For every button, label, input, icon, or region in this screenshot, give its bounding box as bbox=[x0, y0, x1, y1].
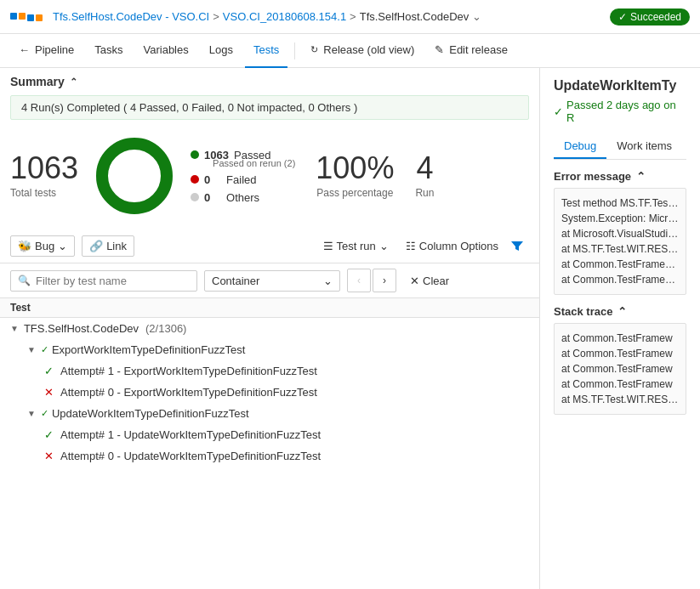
run-count-label: Run bbox=[407, 187, 441, 199]
container-select[interactable]: Container ⌄ bbox=[204, 270, 340, 292]
test-run-label: Test run bbox=[337, 240, 376, 252]
item-chevron-1: ▼ bbox=[27, 409, 36, 418]
error-chevron: ⌃ bbox=[636, 170, 646, 183]
stack-trace-content: at Common.TestFramew at Common.TestFrame… bbox=[554, 323, 686, 415]
toolbar: 🐝 Bug ⌄ 🔗 Link ☰ Test run ⌄ ☷ Column Opt… bbox=[0, 229, 539, 263]
bug-button[interactable]: 🐝 Bug ⌄ bbox=[10, 235, 75, 257]
pass-percent-label: Pass percentage bbox=[316, 187, 394, 199]
item-status-1: ✓ bbox=[41, 408, 48, 419]
tab-tasks[interactable]: Tasks bbox=[86, 34, 131, 68]
error-message-content: Test method MS.TF.Test.W System.Exceptio… bbox=[554, 188, 686, 295]
link-button[interactable]: 🔗 Link bbox=[82, 235, 134, 257]
container-chevron: ⌄ bbox=[323, 275, 333, 287]
filter-icon-button[interactable] bbox=[505, 234, 529, 258]
total-tests-label: Total tests bbox=[10, 187, 56, 199]
test-item-row-0[interactable]: ▼ ✓ ExportWorkItemTypeDefinitionFuzzTest bbox=[0, 339, 539, 360]
fail-count: 0 bbox=[204, 173, 221, 186]
stack-chevron: ⌃ bbox=[617, 305, 627, 318]
attempt-1-1[interactable]: ✕ Attempt# 0 - UpdateWorkItemTypeDefinit… bbox=[0, 445, 539, 467]
attempt-0-0[interactable]: ✓ Attempt# 1 - ExportWorkItemTypeDefinit… bbox=[0, 360, 539, 382]
stack-line-0: at Common.TestFramew bbox=[561, 331, 679, 346]
link-icon: 🔗 bbox=[89, 240, 103, 252]
status-text: Succeeded bbox=[630, 11, 681, 23]
top-bar: Tfs.SelfHost.CodeDev - VSO.CI > VSO.CI_2… bbox=[0, 0, 700, 34]
tab-edit-release[interactable]: ✎ Edit release bbox=[426, 34, 516, 68]
test-item-row-1[interactable]: ▼ ✓ UpdateWorkItemTypeDefinitionFuzzTest bbox=[0, 403, 539, 424]
run-count-stat: 4 Run bbox=[407, 153, 441, 199]
error-line-4: at Common.TestFramewor bbox=[561, 257, 679, 272]
nav-tabs: ← Pipeline Tasks Variables Logs Tests ↻ … bbox=[0, 34, 700, 68]
bug-label: Bug bbox=[35, 240, 54, 252]
item-status-0: ✓ bbox=[41, 344, 48, 355]
left-panel: Summary ⌃ 4 Run(s) Completed ( 4 Passed,… bbox=[0, 68, 540, 589]
pass-dot bbox=[191, 150, 199, 159]
next-button[interactable]: › bbox=[373, 269, 396, 292]
right-subtitle: ✓ Passed 2 days ago on R bbox=[554, 99, 686, 124]
tab-tests[interactable]: Tests bbox=[245, 34, 287, 68]
error-line-3: at MS.TF.Test.WIT.REST.Tes bbox=[561, 241, 679, 257]
pass-sub: Passed on rerun (2) bbox=[213, 158, 295, 168]
attempt-1-0[interactable]: ✓ Attempt# 1 - UpdateWorkItemTypeDefinit… bbox=[0, 424, 539, 445]
test-column-header: Test bbox=[10, 302, 31, 314]
filter-input-container[interactable]: 🔍 bbox=[10, 270, 197, 292]
others-count: 0 bbox=[204, 191, 221, 204]
column-options-button[interactable]: ☷ Column Options bbox=[406, 240, 498, 252]
error-message-header[interactable]: Error message ⌃ bbox=[554, 170, 686, 183]
right-tab-workitems[interactable]: Work items bbox=[606, 134, 682, 159]
tab-pipeline[interactable]: ← Pipeline bbox=[10, 34, 83, 68]
stack-trace-title: Stack trace bbox=[554, 305, 612, 318]
breadcrumb-sep2: > bbox=[350, 10, 356, 23]
summary-title: Summary bbox=[10, 75, 65, 88]
clear-button[interactable]: ✕ Clear bbox=[403, 271, 456, 291]
list-icon: ☰ bbox=[323, 240, 333, 252]
check-icon: ✓ bbox=[618, 11, 627, 23]
test-item-1: ▼ ✓ UpdateWorkItemTypeDefinitionFuzzTest… bbox=[0, 403, 539, 467]
clear-x-icon: ✕ bbox=[410, 275, 419, 287]
nav-separator bbox=[294, 42, 295, 59]
right-title: UpdateWorkItemTy bbox=[554, 78, 686, 93]
nav-arrows: ‹ › bbox=[347, 269, 396, 292]
legend-fail: 0 Failed bbox=[191, 173, 295, 186]
group-chevron-0: ▼ bbox=[10, 324, 19, 333]
legend: 1063 Passed Passed on rerun (2) 0 Failed… bbox=[191, 149, 295, 204]
right-tab-debug[interactable]: Debug bbox=[554, 134, 606, 159]
breadcrumb-chevron[interactable]: ⌄ bbox=[472, 10, 481, 23]
prev-button[interactable]: ‹ bbox=[347, 269, 371, 292]
bug-dropdown-icon: ⌄ bbox=[58, 240, 67, 252]
donut-chart bbox=[92, 133, 177, 218]
attempt-0-1[interactable]: ✕ Attempt# 0 - ExportWorkItemTypeDefinit… bbox=[0, 382, 539, 403]
test-run-button[interactable]: ☰ Test run ⌄ bbox=[323, 240, 389, 252]
tab-release-old[interactable]: ↻ Release (old view) bbox=[302, 34, 423, 68]
pass-percent-stat: 100% Pass percentage bbox=[316, 153, 394, 199]
breadcrumb-pipeline[interactable]: Tfs.SelfHost.CodeDev bbox=[360, 10, 470, 23]
pencil-icon: ✎ bbox=[435, 43, 444, 56]
breadcrumb-appname[interactable]: Tfs.SelfHost.CodeDev - VSO.CI bbox=[53, 10, 209, 23]
tab-logs[interactable]: Logs bbox=[201, 34, 242, 68]
error-line-2: at Microsoft.VisualStudio.T bbox=[561, 226, 679, 241]
error-message-title: Error message bbox=[554, 170, 631, 183]
fail-dot bbox=[191, 175, 199, 184]
clear-label: Clear bbox=[423, 275, 449, 287]
stack-line-3: at Common.TestFramew bbox=[561, 377, 679, 392]
run-count-number: 4 bbox=[407, 153, 441, 184]
run-info-bar: 4 Run(s) Completed ( 4 Passed, 0 Failed,… bbox=[10, 95, 529, 120]
group-count-0: (2/1306) bbox=[145, 322, 186, 335]
legend-others: 0 Others bbox=[191, 191, 295, 204]
tab-variables[interactable]: Variables bbox=[135, 34, 197, 68]
stack-trace-header[interactable]: Stack trace ⌃ bbox=[554, 305, 686, 318]
others-dot bbox=[191, 193, 199, 201]
test-group-0: ▼ TFS.SelfHost.CodeDev (2/1306) ▼ ✓ Expo… bbox=[0, 318, 539, 467]
test-group-row-0[interactable]: ▼ TFS.SelfHost.CodeDev (2/1306) bbox=[0, 318, 539, 339]
filter-input[interactable] bbox=[36, 275, 190, 287]
container-label: Container bbox=[212, 275, 259, 287]
link-label: Link bbox=[106, 240, 127, 252]
attempt-check-0-0: ✓ bbox=[44, 365, 54, 377]
stack-line-1: at Common.TestFramew bbox=[561, 346, 679, 361]
total-tests-stat: 1063 Total tests bbox=[10, 153, 78, 199]
test-item-0: ▼ ✓ ExportWorkItemTypeDefinitionFuzzTest… bbox=[0, 339, 539, 403]
attempt-cross-1-1: ✕ bbox=[44, 450, 54, 462]
summary-header[interactable]: Summary ⌃ bbox=[0, 68, 539, 95]
breadcrumb-build[interactable]: VSO.CI_20180608.154.1 bbox=[223, 10, 346, 23]
test-table-header: Test bbox=[0, 298, 539, 318]
attempt-name-0-1: Attempt# 0 - ExportWorkItemTypeDefinitio… bbox=[60, 386, 317, 399]
